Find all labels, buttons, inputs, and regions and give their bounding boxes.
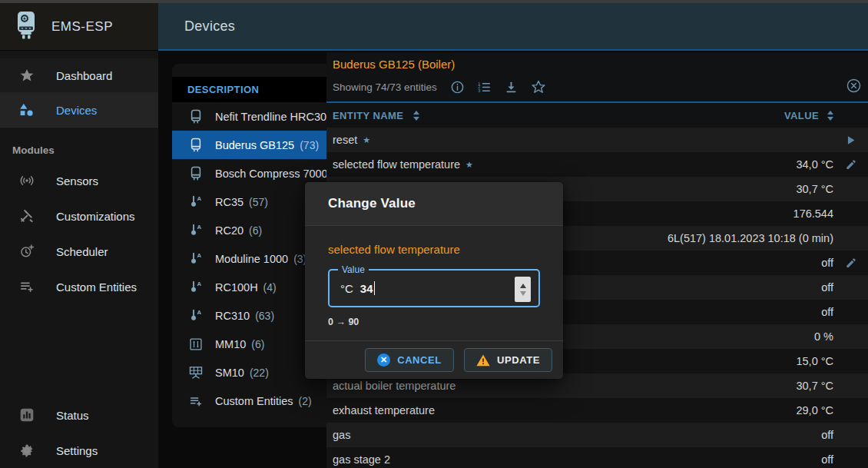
entity-value: off: [821, 257, 833, 269]
device-entity-count: (6): [249, 224, 262, 237]
boiler-icon: [187, 166, 204, 181]
value-text: 34: [360, 282, 373, 295]
device-label: MM10: [215, 338, 246, 350]
info-icon[interactable]: [450, 80, 465, 95]
entity-row-reset: reset★: [326, 128, 868, 152]
dialog-entity-label: selected flow temperature: [328, 243, 540, 257]
sidebar-item-devices[interactable]: Devices: [0, 93, 158, 128]
entity-name: reset: [333, 134, 357, 146]
entity-value: 34,0 °C: [796, 158, 833, 171]
cancel-x-icon: ✕: [377, 353, 390, 367]
entity-toolbar: Showing 74/73 entities 123: [333, 79, 862, 95]
device-label: RC310: [215, 310, 250, 322]
devices-icon: [18, 102, 36, 118]
entity-row-gas: gasoff: [326, 423, 868, 447]
modules-header: Modules: [12, 144, 158, 158]
device-entity-count: (6): [251, 338, 264, 350]
sidebar-item-settings[interactable]: Settings: [0, 433, 158, 468]
sidebar-item-scheduler[interactable]: Scheduler: [0, 234, 158, 269]
thermostat-icon: A: [187, 308, 204, 323]
device-label: RC20: [215, 224, 244, 237]
scheduler-icon: [18, 244, 36, 259]
sidebar-item-customizations[interactable]: Customizations: [0, 198, 158, 234]
playlist-add-icon: [187, 394, 204, 408]
sidebar-item-custom-entities[interactable]: Custom Entities: [0, 269, 158, 304]
svg-text:3: 3: [478, 88, 480, 93]
star-icon: [18, 68, 36, 83]
sidebar-item-label: Dashboard: [56, 69, 112, 82]
status-icon: [18, 407, 36, 423]
change-value-dialog: Change Value selected flow temperature V…: [305, 182, 563, 379]
sidebar-item-dashboard[interactable]: Dashboard: [0, 58, 158, 93]
entity-row-exhaust-temperature: exhaust temperature29,0 °C: [326, 398, 868, 423]
cancel-button[interactable]: ✕ CANCEL: [365, 348, 454, 372]
ems-esp-app: EMS-ESP DashboardDevices Modules Sensors…: [0, 0, 868, 468]
thermostat-icon: A: [187, 251, 204, 266]
device-label: RC35: [215, 196, 244, 208]
app-bar: Devices: [158, 3, 868, 51]
value-input[interactable]: Value °C 34: [328, 269, 540, 307]
device-label: Buderus GB125: [215, 139, 294, 151]
entity-name: actual boiler temperature: [333, 380, 456, 392]
sidebar-item-status[interactable]: Status: [0, 397, 158, 433]
svg-text:A: A: [197, 309, 201, 316]
favorite-star-icon: ★: [363, 135, 370, 145]
entity-name: gas stage 2: [333, 453, 390, 466]
svg-text:A: A: [197, 224, 201, 231]
range-helper-text: 0 → 90: [328, 317, 540, 327]
boiler-logo-icon: [12, 9, 40, 45]
entity-value: 30,7 °C: [796, 380, 833, 392]
dialog-body: selected flow temperature Value °C 34 0 …: [305, 243, 563, 327]
thermostat-icon: A: [187, 280, 204, 294]
edit-icon[interactable]: [833, 257, 868, 269]
entity-name: gas: [333, 429, 350, 441]
value-field-label: Value: [338, 264, 369, 275]
device-label: SM10: [215, 367, 244, 379]
update-button[interactable]: UPDATE: [464, 348, 552, 372]
entity-value: off: [821, 453, 833, 466]
number-stepper[interactable]: [515, 277, 531, 302]
star-outline-icon[interactable]: [531, 79, 546, 95]
playlist-add-icon: [18, 279, 36, 294]
device-entity-count: (73): [300, 139, 319, 151]
device-label: Custom Entities: [215, 395, 293, 407]
entity-name: selected flow temperature: [333, 158, 460, 171]
column-entity-name[interactable]: ENTITY NAME: [333, 110, 419, 121]
dialog-title: Change Value: [328, 196, 416, 211]
edit-icon[interactable]: [833, 158, 868, 171]
close-icon[interactable]: [846, 78, 862, 94]
thermostat-icon: A: [187, 194, 204, 209]
entities-count-text: Showing 74/73 entities: [333, 81, 437, 93]
text-caret: [374, 281, 376, 295]
device-title: Buderus GB125 (Boiler): [333, 58, 862, 71]
execute-icon[interactable]: [833, 134, 868, 147]
gear-icon: [18, 443, 36, 458]
device-entity-count: (4): [263, 281, 277, 294]
sensors-icon: [18, 173, 36, 188]
device-entity-count: (2): [299, 395, 312, 407]
download-icon[interactable]: [504, 80, 518, 95]
entity-value: off: [821, 306, 833, 318]
svg-text:A: A: [197, 195, 201, 202]
sort-icon[interactable]: [827, 111, 833, 121]
column-value[interactable]: VALUE: [784, 110, 833, 121]
brand-title: EMS-ESP: [51, 19, 113, 35]
boiler-icon: [187, 109, 204, 124]
format-list-icon[interactable]: 123: [477, 80, 492, 95]
thermostat-icon: A: [187, 223, 204, 237]
mixer-icon: [187, 337, 204, 351]
entity-value: 29,0 °C: [796, 404, 833, 417]
sidebar-item-sensors[interactable]: Sensors: [0, 163, 158, 198]
entity-value: 0 %: [814, 330, 833, 343]
brand-header: EMS-ESP: [0, 3, 158, 51]
sort-icon[interactable]: [413, 111, 419, 121]
device-entity-count: (22): [250, 367, 269, 379]
device-entity-count: (63): [255, 310, 274, 322]
sidebar-modules: SensorsCustomizationsSchedulerCustom Ent…: [0, 163, 158, 304]
boiler-icon: [187, 138, 204, 153]
entity-value: 176.544: [793, 207, 833, 220]
sidebar-item-label: Custom Entities: [56, 280, 137, 294]
svg-text:A: A: [197, 252, 201, 259]
device-entity-count: (57): [249, 196, 268, 208]
device-label: Bosch Compress 7000i: [215, 168, 330, 180]
